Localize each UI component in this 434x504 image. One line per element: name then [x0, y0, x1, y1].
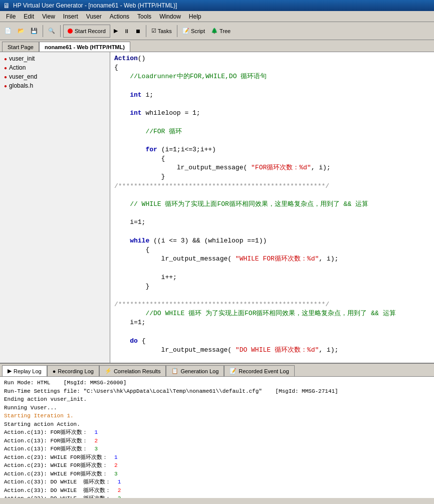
- toolbar: 📄 📂 💾 🔍 Start Record ▶ ⏸ ⏹ ☑ Tasks 📝 Scr…: [0, 22, 434, 40]
- vuser-init-label: vuser_init: [9, 55, 35, 62]
- search-icon: 🔍: [48, 28, 55, 34]
- log-line-1: Run Mode: HTML [MsgId: MMSG-26000]: [4, 379, 430, 387]
- start-record-label: Start Record: [75, 28, 106, 34]
- tasks-icon: ☑: [151, 28, 156, 34]
- code-line-30: i=1;: [110, 318, 434, 327]
- menu-window[interactable]: Window: [155, 12, 185, 21]
- tasks-label: Tasks: [158, 28, 172, 34]
- separator-4: [177, 25, 177, 37]
- tree-item-vuser-end[interactable]: ● vuser_end: [0, 72, 110, 81]
- pause-icon: ⏸: [124, 28, 129, 34]
- tree-button[interactable]: 🌲 Tree: [208, 24, 233, 38]
- menu-help[interactable]: Help: [185, 12, 205, 21]
- code-line-13: lr_output_message( "FOR循环次数：%d", i);: [110, 163, 434, 172]
- menu-view[interactable]: View: [38, 12, 59, 21]
- stop-button[interactable]: ⏹: [133, 24, 143, 38]
- menu-bar: File Edit View Insert Vuser Actions Tool…: [0, 11, 434, 22]
- menu-file[interactable]: File: [2, 12, 20, 21]
- play-button[interactable]: ▶: [111, 24, 120, 38]
- vuser-init-icon: ●: [4, 56, 7, 62]
- separator-2: [60, 25, 61, 37]
- app-icon: 🖥: [3, 2, 10, 10]
- code-line-4: [110, 82, 434, 91]
- code-line-8: [110, 118, 434, 127]
- start-record-button[interactable]: Start Record: [63, 25, 110, 38]
- stop-icon: ⏹: [135, 28, 141, 34]
- tree-item-vuser-init[interactable]: ● vuser_init: [0, 54, 110, 63]
- log-line-7: Action.c(13): FOR循环次数： 1: [4, 428, 430, 437]
- tasks-button[interactable]: ☑ Tasks: [149, 24, 174, 38]
- menu-insert[interactable]: Insert: [59, 12, 82, 21]
- code-line-7: int whileloop = 1;: [110, 109, 434, 118]
- code-line-27: [110, 291, 434, 300]
- save-button[interactable]: 💾: [28, 24, 40, 38]
- script-button[interactable]: 📝 Script: [180, 24, 207, 38]
- log-line-5: Starting Iteration 1.: [4, 412, 430, 420]
- code-line-2: {: [110, 63, 434, 72]
- vuser-end-icon: ●: [4, 74, 7, 80]
- globals-label: globals.h: [9, 82, 33, 89]
- code-editor[interactable]: Action() { //Loadrunner中的FOR,WHILE,DO 循环…: [110, 52, 434, 363]
- code-line-16: [110, 191, 434, 200]
- bottom-panel: ▶ Replay Log ● Recording Log ⚡ Correlati…: [0, 363, 434, 498]
- left-panel: ● vuser_init ● Action ● vuser_end ● glob…: [0, 52, 110, 363]
- tree-item-globals[interactable]: ● globals.h: [0, 81, 110, 90]
- tab-recorded-event-log[interactable]: 📝 Recorded Event Log: [224, 365, 294, 376]
- code-line-33: lr_output_message( "DO WHILE 循环次数：%d", i…: [110, 346, 434, 355]
- recording-log-label: Recording Log: [58, 368, 94, 374]
- code-line-18: [110, 209, 434, 218]
- open-button[interactable]: 📂: [15, 24, 27, 38]
- log-line-11: Action.c(23): WHILE FOR循环次数： 2: [4, 461, 430, 470]
- tree-item-action[interactable]: ● Action: [0, 63, 110, 72]
- code-line-26: }: [110, 282, 434, 291]
- log-line-14: Action.c(33): DO WHILE 循环次数： 2: [4, 486, 430, 495]
- tab-noname61[interactable]: noname61 - Web (HTTP/HTML): [39, 42, 130, 52]
- globals-icon: ●: [4, 83, 7, 89]
- recording-log-icon: ●: [53, 368, 56, 374]
- generation-log-icon: 📋: [171, 368, 178, 374]
- pause-button[interactable]: ⏸: [121, 24, 132, 38]
- record-icon: [68, 29, 73, 34]
- search-button[interactable]: 🔍: [46, 24, 58, 38]
- tree-label: Tree: [220, 28, 231, 34]
- menu-tools[interactable]: Tools: [133, 12, 155, 21]
- code-line-17: // WHILE 循环为了实现上面FOR循环相同效果，这里略复杂点，用到了 &&…: [110, 200, 434, 209]
- tab-recording-log[interactable]: ● Recording Log: [47, 365, 99, 376]
- replay-log-icon: ▶: [8, 368, 12, 374]
- generation-log-label: Generation Log: [180, 368, 219, 374]
- play-icon: ▶: [114, 28, 118, 34]
- menu-edit[interactable]: Edit: [20, 12, 38, 21]
- action-label: Action: [9, 64, 26, 71]
- open-icon: 📂: [18, 28, 25, 34]
- menu-actions[interactable]: Actions: [106, 12, 133, 21]
- log-line-13: Action.c(33): DO WHILE 循环次数： 1: [4, 478, 430, 486]
- recorded-event-label: Recorded Event Log: [239, 368, 289, 374]
- menu-vuser[interactable]: Vuser: [82, 12, 106, 21]
- code-line-1: Action(): [110, 54, 434, 63]
- code-line-19: i=1;: [110, 218, 434, 227]
- vuser-end-label: vuser_end: [9, 73, 37, 80]
- code-line-25: i++;: [110, 273, 434, 282]
- tab-start-page[interactable]: Start Page: [2, 42, 39, 52]
- log-tabs: ▶ Replay Log ● Recording Log ⚡ Correlati…: [0, 364, 434, 377]
- code-line-24: [110, 264, 434, 273]
- log-line-12: Action.c(23): WHILE FOR循环次数： 3: [4, 470, 430, 478]
- new-button[interactable]: 📄: [2, 24, 14, 38]
- code-line-11: for (i=1;i<=3;i++): [110, 145, 434, 154]
- tab-correlation-results[interactable]: ⚡ Correlation Results: [99, 365, 166, 376]
- log-line-9: Action.c(13): FOR循环次数： 3: [4, 445, 430, 453]
- code-line-10: [110, 136, 434, 145]
- log-line-10: Action.c(23): WHILE FOR循环次数： 1: [4, 453, 430, 462]
- code-line-20: [110, 227, 434, 236]
- code-line-6: [110, 100, 434, 109]
- save-icon: 💾: [31, 28, 38, 34]
- tab-generation-log[interactable]: 📋 Generation Log: [166, 365, 224, 376]
- log-line-6: Starting action Action.: [4, 420, 430, 429]
- replay-log-label: Replay Log: [14, 368, 42, 374]
- log-line-8: Action.c(13): FOR循环次数： 2: [4, 437, 430, 445]
- doc-tabs: Start Page noname61 - Web (HTTP/HTML): [0, 40, 434, 52]
- log-line-2: Run-Time Settings file: "C:\Users\hk\App…: [4, 387, 430, 396]
- code-line-32: do {: [110, 337, 434, 346]
- tab-replay-log[interactable]: ▶ Replay Log: [2, 365, 47, 376]
- code-line-15: /***************************************…: [110, 182, 434, 191]
